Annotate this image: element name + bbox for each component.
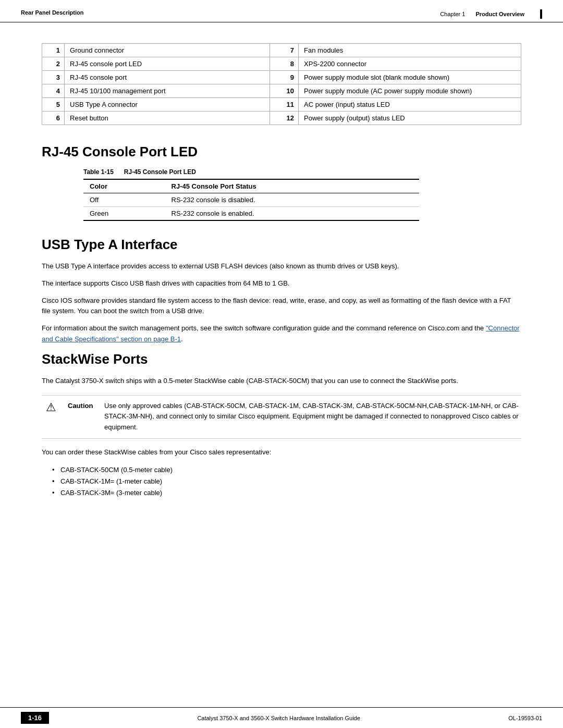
summary-label1: USB Type A connector: [65, 98, 270, 112]
led-table-row: Green RS-232 console is enabled.: [83, 207, 419, 221]
caution-block: ⚠ Caution Use only approved cables (CAB-…: [42, 395, 521, 439]
usb-para4: For information about the switch managem…: [42, 323, 521, 345]
header-title: Product Overview: [475, 11, 524, 17]
summary-table-row: 1 Ground connector 7 Fan modules: [42, 44, 521, 57]
page-number: 1-16: [21, 712, 49, 724]
header-chapter: Chapter 1: [440, 11, 465, 17]
stackwise-para1: The Catalyst 3750-X switch ships with a …: [42, 376, 521, 387]
table-caption-prefix: Table 1-15: [83, 168, 114, 176]
summary-num2: 10: [270, 84, 299, 98]
summary-num1: 3: [42, 71, 65, 84]
rj45-section-heading: RJ-45 Console Port LED: [42, 144, 521, 160]
led-color: Off: [83, 193, 165, 207]
summary-label2: Power supply (output) status LED: [299, 112, 521, 125]
summary-table-row: 6 Reset button 12 Power supply (output) …: [42, 112, 521, 125]
usb-para4-prefix: For information about the switch managem…: [42, 324, 486, 332]
summary-table-row: 5 USB Type A connector 11 AC power (inpu…: [42, 98, 521, 112]
summary-table-row: 3 RJ-45 console port 9 Power supply modu…: [42, 71, 521, 84]
stackwise-bullet-list: CAB-STACK-50CM (0.5-meter cable)CAB-STAC…: [52, 464, 521, 499]
summary-num1: 6: [42, 112, 65, 125]
summary-label1: Ground connector: [65, 44, 270, 57]
summary-num2: 12: [270, 112, 299, 125]
led-table-row: Off RS-232 console is disabled.: [83, 193, 419, 207]
list-item: CAB-STACK-3M= (3-meter cable): [52, 487, 521, 499]
header-right: Chapter 1 Product Overview: [440, 9, 542, 19]
header-bar: [540, 9, 542, 19]
summary-table: 1 Ground connector 7 Fan modules 2 RJ-45…: [42, 43, 521, 125]
summary-num2: 8: [270, 57, 299, 71]
summary-num1: 2: [42, 57, 65, 71]
summary-label2: Power supply module (AC power supply mod…: [299, 84, 521, 98]
summary-label1: RJ-45 10/100 management port: [65, 84, 270, 98]
summary-label1: RJ-45 console port LED: [65, 57, 270, 71]
led-status: RS-232 console is disabled.: [165, 193, 419, 207]
summary-label1: Reset button: [65, 112, 270, 125]
summary-num2: 11: [270, 98, 299, 112]
summary-label1: RJ-45 console port: [65, 71, 270, 84]
usb-para2: The interface supports Cisco USB flash d…: [42, 278, 521, 289]
summary-num1: 1: [42, 44, 65, 57]
summary-label2: Fan modules: [299, 44, 521, 57]
page-footer: 1-16 Catalyst 3750-X and 3560-X Switch H…: [0, 707, 563, 728]
led-col1-header: Color: [83, 179, 165, 193]
usb-para3: Cisco IOS software provides standard fil…: [42, 295, 521, 317]
summary-table-row: 4 RJ-45 10/100 management port 10 Power …: [42, 84, 521, 98]
usb-para1: The USB Type A interface provides access…: [42, 261, 521, 272]
led-col2-header: RJ-45 Console Port Status: [165, 179, 419, 193]
stackwise-para2: You can order these StackWise cables fro…: [42, 447, 521, 458]
footer-right-text: OL-19593-01: [508, 715, 542, 721]
summary-num2: 9: [270, 71, 299, 84]
list-item: CAB-STACK-1M= (1-meter cable): [52, 476, 521, 487]
usb-section-heading: USB Type A Interface: [42, 237, 521, 253]
footer-center-text: Catalyst 3750-X and 3560-X Switch Hardwa…: [49, 715, 508, 721]
summary-label2: XPS-2200 connector: [299, 57, 521, 71]
summary-num1: 4: [42, 84, 65, 98]
summary-num2: 7: [270, 44, 299, 57]
summary-num1: 5: [42, 98, 65, 112]
summary-label2: AC power (input) status LED: [299, 98, 521, 112]
led-table: Color RJ-45 Console Port Status Off RS-2…: [83, 179, 419, 221]
list-item: CAB-STACK-50CM (0.5-meter cable): [52, 464, 521, 476]
caution-icon: ⚠: [42, 401, 60, 414]
table-caption-title: RJ-45 Console Port LED: [124, 168, 196, 176]
header-left-label: Rear Panel Description: [21, 9, 83, 16]
stackwise-section-heading: StackWise Ports: [42, 351, 521, 367]
summary-table-row: 2 RJ-45 console port LED 8 XPS-2200 conn…: [42, 57, 521, 71]
caution-text: Use only approved cables (CAB-STACK-50CM…: [104, 401, 521, 433]
main-content: 1 Ground connector 7 Fan modules 2 RJ-45…: [0, 22, 563, 535]
table-caption: Table 1-15 RJ-45 Console Port LED: [83, 168, 521, 176]
summary-label2: Power supply module slot (blank module s…: [299, 71, 521, 84]
page-header: Rear Panel Description Chapter 1 Product…: [0, 0, 563, 22]
led-color: Green: [83, 207, 165, 221]
caution-label: Caution: [68, 402, 97, 410]
led-status: RS-232 console is enabled.: [165, 207, 419, 221]
usb-para4-suffix: .: [181, 335, 183, 343]
